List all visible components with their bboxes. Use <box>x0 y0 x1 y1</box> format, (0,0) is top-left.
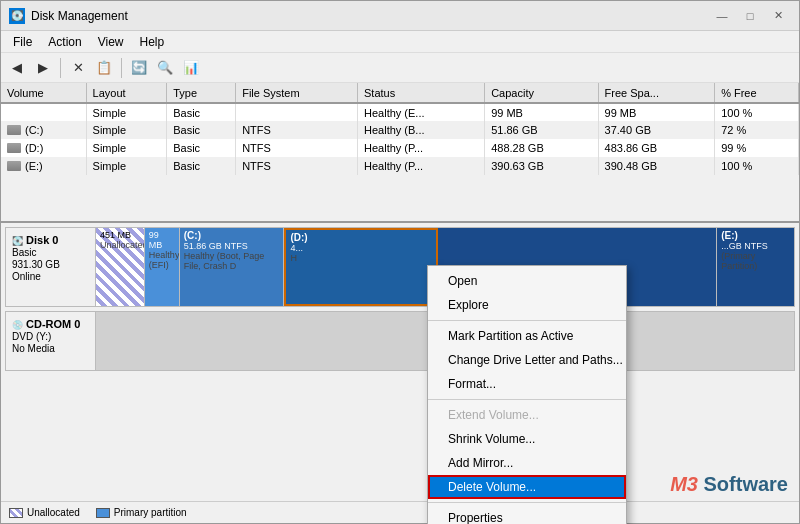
cell-fs: NTFS <box>236 139 358 157</box>
watermark-m3: M3 <box>670 473 698 495</box>
cell-pct: 100 % <box>715 103 799 121</box>
cell-status: Healthy (P... <box>358 139 485 157</box>
disk-0-row: 💽 Disk 0 Basic 931.30 GB Online 451 MB U… <box>5 227 795 307</box>
col-free[interactable]: Free Spa... <box>598 83 715 103</box>
col-layout[interactable]: Layout <box>86 83 167 103</box>
table-row[interactable]: (E:) Simple Basic NTFS Healthy (P... 390… <box>1 157 799 175</box>
ctx-menu-item[interactable]: Mark Partition as Active <box>428 324 626 348</box>
cell-pct: 100 % <box>715 157 799 175</box>
cdrom-name: 💿 CD-ROM 0 <box>12 318 89 330</box>
disk-0-info: 💽 Disk 0 Basic 931.30 GB Online <box>6 228 96 306</box>
legend-primary-label: Primary partition <box>114 507 187 518</box>
col-fs[interactable]: File System <box>236 83 358 103</box>
cell-layout: Simple <box>86 121 167 139</box>
drive-icon-small <box>7 161 21 171</box>
cell-free: 390.48 GB <box>598 157 715 175</box>
menu-help[interactable]: Help <box>132 33 173 51</box>
cell-volume: (E:) <box>1 157 86 175</box>
toolbar-forward[interactable]: ▶ <box>31 57 55 79</box>
table-row[interactable]: Simple Basic Healthy (E... 99 MB 99 MB 1… <box>1 103 799 121</box>
watermark: M3 Software <box>670 473 788 496</box>
maximize-button[interactable]: □ <box>737 6 763 26</box>
close-button[interactable]: ✕ <box>765 6 791 26</box>
cell-type: Basic <box>167 157 236 175</box>
cdrom-status: No Media <box>12 343 89 354</box>
menu-file[interactable]: File <box>5 33 40 51</box>
cell-fs <box>236 103 358 121</box>
toolbar-search[interactable]: 🔍 <box>153 57 177 79</box>
cell-status: Healthy (P... <box>358 157 485 175</box>
disk-0-type: Basic <box>12 247 89 258</box>
title-bar: 💽 Disk Management — □ ✕ <box>1 1 799 31</box>
ctx-separator <box>428 502 626 503</box>
volume-pane: Volume Layout Type File System Status Ca… <box>1 83 799 223</box>
main-content: Volume Layout Type File System Status Ca… <box>1 83 799 523</box>
disk-0-size: 931.30 GB <box>12 259 89 270</box>
menu-action[interactable]: Action <box>40 33 89 51</box>
drive-icon-small <box>7 125 21 135</box>
col-volume[interactable]: Volume <box>1 83 86 103</box>
cell-status: Healthy (B... <box>358 121 485 139</box>
legend-unalloc-label: Unallocated <box>27 507 80 518</box>
partition-efi[interactable]: 99 MB Healthy (EFI) <box>145 228 180 306</box>
disk-pane: 💽 Disk 0 Basic 931.30 GB Online 451 MB U… <box>1 223 799 501</box>
toolbar-chart[interactable]: 📊 <box>179 57 203 79</box>
ctx-menu-item[interactable]: Open <box>428 269 626 293</box>
col-type[interactable]: Type <box>167 83 236 103</box>
volume-table: Volume Layout Type File System Status Ca… <box>1 83 799 175</box>
col-status[interactable]: Status <box>358 83 485 103</box>
minimize-button[interactable]: — <box>709 6 735 26</box>
window-title: Disk Management <box>31 9 709 23</box>
toolbar-refresh[interactable]: 🔄 <box>127 57 151 79</box>
context-menu: OpenExploreMark Partition as ActiveChang… <box>427 265 627 524</box>
ctx-menu-item[interactable]: Delete Volume... <box>428 475 626 499</box>
cell-pct: 72 % <box>715 121 799 139</box>
cell-pct: 99 % <box>715 139 799 157</box>
ctx-menu-item[interactable]: Change Drive Letter and Paths... <box>428 348 626 372</box>
partition-c[interactable]: (C:) 51.86 GB NTFS Healthy (Boot, Page F… <box>180 228 285 306</box>
ctx-menu-item[interactable]: Shrink Volume... <box>428 427 626 451</box>
drive-icon-small <box>7 143 21 153</box>
cell-capacity: 51.86 GB <box>485 121 598 139</box>
cell-capacity: 99 MB <box>485 103 598 121</box>
cell-volume <box>1 103 86 121</box>
col-pct[interactable]: % Free <box>715 83 799 103</box>
cell-layout: Simple <box>86 139 167 157</box>
toolbar-sep-2 <box>121 58 122 78</box>
cell-layout: Simple <box>86 157 167 175</box>
toolbar-back[interactable]: ◀ <box>5 57 29 79</box>
col-capacity[interactable]: Capacity <box>485 83 598 103</box>
cell-free: 99 MB <box>598 103 715 121</box>
ctx-menu-item[interactable]: Format... <box>428 372 626 396</box>
cell-type: Basic <box>167 121 236 139</box>
menu-view[interactable]: View <box>90 33 132 51</box>
toolbar-sep-1 <box>60 58 61 78</box>
toolbar-cancel[interactable]: ✕ <box>66 57 90 79</box>
partition-d[interactable]: (D:) 4... H <box>284 228 438 306</box>
cell-fs: NTFS <box>236 157 358 175</box>
table-row[interactable]: (D:) Simple Basic NTFS Healthy (P... 488… <box>1 139 799 157</box>
cell-fs: NTFS <box>236 121 358 139</box>
toolbar-copy[interactable]: 📋 <box>92 57 116 79</box>
partition-e[interactable]: (E:) ...GB NTFS (Primary Partition) <box>717 228 794 306</box>
table-row[interactable]: (C:) Simple Basic NTFS Healthy (B... 51.… <box>1 121 799 139</box>
ctx-menu-item[interactable]: Properties <box>428 506 626 524</box>
cell-type: Basic <box>167 103 236 121</box>
partition-unalloc[interactable]: 451 MB Unallocated <box>96 228 145 306</box>
cell-type: Basic <box>167 139 236 157</box>
cdrom-info: 💿 CD-ROM 0 DVD (Y:) No Media <box>6 312 96 370</box>
cell-volume: (D:) <box>1 139 86 157</box>
ctx-menu-item[interactable]: Add Mirror... <box>428 451 626 475</box>
toolbar: ◀ ▶ ✕ 📋 🔄 🔍 📊 <box>1 53 799 83</box>
ctx-separator <box>428 320 626 321</box>
main-window: 💽 Disk Management — □ ✕ File Action View… <box>0 0 800 524</box>
menu-bar: File Action View Help <box>1 31 799 53</box>
ctx-menu-item[interactable]: Explore <box>428 293 626 317</box>
watermark-software: Software <box>698 473 788 495</box>
legend-unalloc: Unallocated <box>9 507 80 518</box>
window-controls: — □ ✕ <box>709 6 791 26</box>
legend-primary: Primary partition <box>96 507 187 518</box>
ctx-menu-item: Extend Volume... <box>428 403 626 427</box>
disk-0-name: 💽 Disk 0 <box>12 234 89 246</box>
cell-volume: (C:) <box>1 121 86 139</box>
